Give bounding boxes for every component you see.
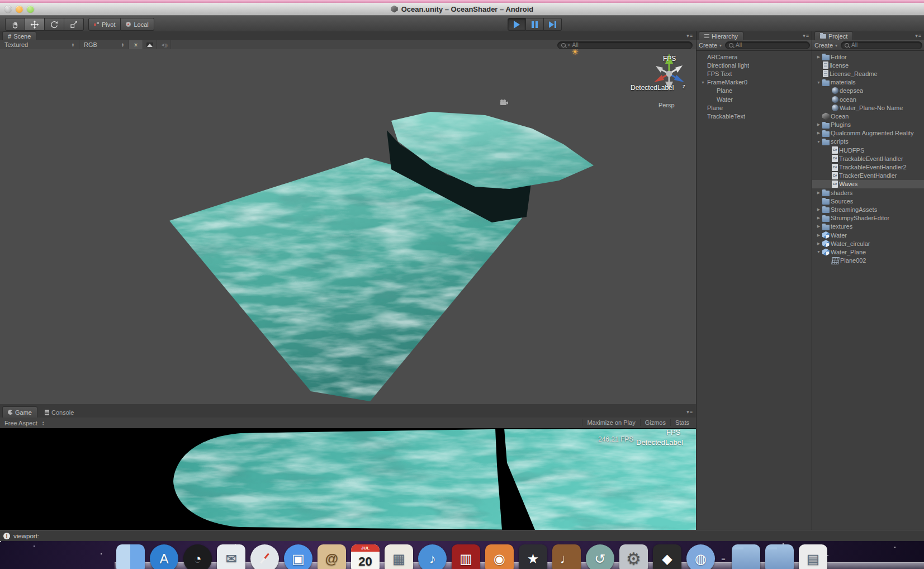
project-item[interactable]: ocean <box>812 95 924 103</box>
hierarchy-panel-menu-icon[interactable]: ▾≡ <box>803 33 809 39</box>
project-item[interactable]: Ocean <box>812 112 924 120</box>
dock-item-facetime[interactable]: ▣ <box>284 544 312 569</box>
dock-item-imagecapture[interactable]: ◉ <box>485 544 514 569</box>
hierarchy-item[interactable]: FPS Text <box>696 69 812 78</box>
project-item[interactable]: ▶shaders <box>812 188 924 197</box>
dock-item-iphoto[interactable]: ▦ <box>385 544 413 569</box>
hierarchy-item[interactable]: ▼FrameMarker0 <box>696 78 812 87</box>
window-titlebar[interactable]: Ocean.unity – OceanShader – Android <box>0 3 924 16</box>
scene-panel-menu-icon[interactable]: ▾≡ <box>686 33 693 39</box>
project-item[interactable]: HUDFPS <box>812 146 924 154</box>
hierarchy-item[interactable]: Water <box>696 95 812 103</box>
project-item[interactable]: ▶StrumpyShaderEditor <box>812 214 924 222</box>
project-item[interactable]: ▶Plugins <box>812 121 924 129</box>
project-item[interactable]: ▼scripts <box>812 137 924 146</box>
dock-item-sysprefs[interactable]: ⚙ <box>619 544 648 569</box>
project-item[interactable]: ▶Water <box>812 231 924 239</box>
hierarchy-search-field[interactable]: All <box>725 41 810 49</box>
dock-item-appstore[interactable]: A <box>150 544 178 569</box>
project-item[interactable]: License_Readme <box>812 69 924 78</box>
maximize-on-play-toggle[interactable]: Maximize on Play <box>582 419 639 426</box>
project-item[interactable]: deepsea <box>812 87 924 95</box>
hierarchy-create-button[interactable]: Create▾ <box>699 42 722 49</box>
status-bar[interactable]: ! viewport: <box>0 530 924 541</box>
dock-item-garageband[interactable]: ♩ <box>552 544 581 569</box>
project-item[interactable]: Sources <box>812 197 924 205</box>
project-panel-menu-icon[interactable]: ▾≡ <box>915 33 922 39</box>
project-item[interactable]: ▶StreamingAssets <box>812 205 924 214</box>
tab-project[interactable]: Project <box>814 31 853 40</box>
dock-item-documents[interactable] <box>765 544 794 569</box>
foldout-arrow[interactable]: ▼ <box>816 250 822 254</box>
foldout-arrow[interactable]: ▶ <box>816 131 822 135</box>
dock-item-unity[interactable]: ◆ <box>653 544 681 569</box>
hierarchy-item[interactable]: Plane <box>696 103 812 112</box>
project-create-button[interactable]: Create▾ <box>814 42 837 49</box>
dock-item-shredder[interactable]: ▤ <box>799 544 827 569</box>
dock-item-itunes[interactable]: ♪ <box>418 544 447 569</box>
project-item[interactable]: Plane002 <box>812 257 924 265</box>
draw-mode-dropdown[interactable]: Textured▲▼ <box>0 40 79 49</box>
project-item[interactable]: Waves <box>812 180 924 188</box>
search-filter-caret[interactable]: ▾ <box>568 43 570 48</box>
tab-scene[interactable]: # Scene <box>2 31 36 40</box>
hierarchy-item[interactable]: Plane <box>696 87 812 95</box>
game-panel-menu-icon[interactable]: ▾≡ <box>686 409 693 415</box>
project-item[interactable]: license <box>812 61 924 69</box>
dock-item-applications[interactable] <box>732 544 760 569</box>
move-tool-button[interactable] <box>25 18 45 31</box>
tab-game[interactable]: Game <box>2 406 37 418</box>
hierarchy-item[interactable]: ARCamera <box>696 53 812 61</box>
foldout-arrow[interactable]: ▶ <box>816 224 822 229</box>
foldout-arrow[interactable]: ▼ <box>700 80 706 84</box>
foldout-arrow[interactable]: ▶ <box>816 122 822 127</box>
scene-skybox-toggle[interactable] <box>143 40 157 49</box>
tab-hierarchy[interactable]: Hierarchy <box>699 31 743 40</box>
scene-lighting-toggle[interactable]: ☀ <box>129 40 143 49</box>
dock-item-contacts[interactable]: @ <box>318 544 346 569</box>
dock-item-monodevelop[interactable]: ◍ <box>686 544 715 569</box>
foldout-arrow[interactable]: ▶ <box>816 55 822 59</box>
project-item[interactable]: TrackableEventHandler <box>812 154 924 163</box>
hand-tool-button[interactable] <box>5 18 25 31</box>
stats-toggle[interactable]: Stats <box>670 419 694 426</box>
dock-item-finder[interactable] <box>116 544 145 569</box>
foldout-arrow[interactable]: ▶ <box>816 241 822 246</box>
project-item[interactable]: ▶Qualcomm Augmented Reality <box>812 129 924 137</box>
dock-item-dashboard[interactable]: ◔ <box>183 544 212 569</box>
dock-item-safari[interactable] <box>250 544 279 569</box>
scale-tool-button[interactable] <box>64 18 84 31</box>
foldout-arrow[interactable]: ▶ <box>816 216 822 220</box>
dock-item-imovie[interactable]: ★ <box>519 544 547 569</box>
project-item[interactable]: ▼materials <box>812 78 924 87</box>
project-item[interactable]: ▼Water_Plane <box>812 248 924 256</box>
foldout-arrow[interactable]: ▶ <box>816 207 822 212</box>
camera-gizmo[interactable] <box>500 99 508 105</box>
foldout-arrow[interactable]: ▶ <box>816 233 822 238</box>
foldout-arrow[interactable]: ▼ <box>816 140 822 144</box>
pause-button[interactable] <box>526 18 544 31</box>
render-channel-dropdown[interactable]: RGB▲▼ <box>79 40 129 49</box>
project-item[interactable]: ▶textures <box>812 222 924 231</box>
gizmo-projection-label[interactable]: Persp <box>658 102 675 108</box>
project-item[interactable]: TrackableEventHandler2 <box>812 163 924 171</box>
hierarchy-item[interactable]: TrackableText <box>696 112 812 120</box>
game-view[interactable]: FPS 246.21 FPS DetectedLabel <box>0 428 696 530</box>
project-item[interactable]: TrackerEventHandler <box>812 172 924 180</box>
play-button[interactable] <box>508 18 526 31</box>
pivot-toggle-button[interactable]: Pivot <box>88 18 121 31</box>
scene-audio-toggle[interactable]: ◄))) <box>157 40 171 49</box>
rotate-tool-button[interactable] <box>45 18 64 31</box>
step-button[interactable] <box>544 18 562 31</box>
hierarchy-item[interactable]: Directional light <box>696 61 812 69</box>
tab-console[interactable]: Console <box>40 407 79 418</box>
dock-item-calendar[interactable]: JUL20 <box>351 544 380 569</box>
dock-item-mail[interactable]: ✉ <box>217 544 245 569</box>
dock-item-photobooth[interactable]: ▥ <box>452 544 480 569</box>
project-item[interactable]: ▶Editor <box>812 53 924 61</box>
scene-view[interactable]: ☀ FPS DetectedLabel z Persp <box>0 49 696 404</box>
local-toggle-button[interactable]: Local <box>121 18 154 31</box>
project-item[interactable]: ▶Water_circular <box>812 239 924 248</box>
foldout-arrow[interactable]: ▼ <box>816 80 822 84</box>
scene-search-field[interactable]: ▾ All <box>557 41 693 49</box>
